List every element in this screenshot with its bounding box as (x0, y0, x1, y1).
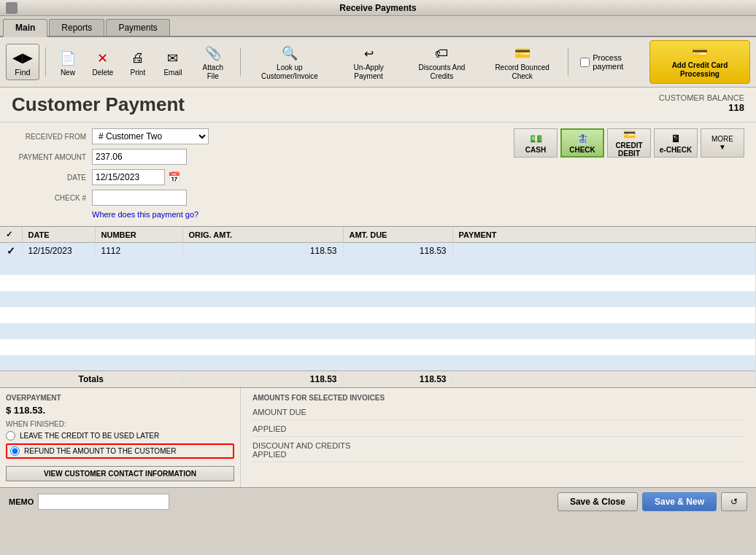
received-from-label: RECEIVED FROM (12, 133, 92, 141)
save-close-button[interactable]: Save & Close (558, 492, 638, 511)
memo-section: MEMO (9, 494, 169, 510)
table-container: ✓ DATE NUMBER ORIG. AMT. AMT. DUE PAYMEN… (0, 226, 756, 388)
col-number: NUMBER (95, 227, 182, 243)
new-button[interactable]: 📄 New (52, 45, 84, 79)
date-input-wrap: 📅 (92, 169, 180, 185)
revert-button[interactable]: ↺ (721, 492, 747, 511)
print-icon: 🖨 (128, 48, 148, 69)
check-icon: 🏦 (576, 133, 589, 144)
amount-due-row: AMOUNT DUE (252, 408, 744, 420)
totals-row: Totals 118.53 118.53 (0, 371, 756, 387)
app-icon (6, 2, 18, 14)
toolbar: ◀▶ Find 📄 New ✕ Delete 🖨 Print ✉ Email 📎… (0, 37, 756, 88)
lookup-icon: 🔍 (279, 43, 300, 63)
form-header: Customer Payment CUSTOMER BALANCE 118 (0, 88, 756, 123)
discounts-button[interactable]: 🏷 Discounts And Credits (404, 40, 479, 84)
where-link-row: Where does this payment go? (12, 210, 502, 219)
credit-debit-icon: 💳 (623, 128, 636, 140)
date-input[interactable] (92, 169, 165, 185)
applied-label: APPLIED (252, 424, 286, 433)
refund-radio[interactable] (10, 446, 20, 456)
attach-file-button[interactable]: 📎 Attach File (192, 40, 234, 84)
overpayment-title: OVERPAYMENT (6, 394, 234, 402)
overpayment-amount: $ 118.53. (6, 405, 234, 416)
table-row-empty-5 (0, 323, 756, 339)
echeck-icon: 🖥 (671, 133, 681, 144)
process-payment-checkbox[interactable] (580, 58, 590, 67)
new-icon: 📄 (58, 48, 78, 69)
process-payment-area: Process payment 💳 Add Credit Card Proces… (580, 40, 750, 84)
totals-amt-due: 118.53 (343, 371, 452, 387)
record-bounced-button[interactable]: 💳 Record Bounced Check (482, 40, 562, 84)
title-bar-text: Receive Payments (339, 3, 416, 13)
title-bar: Receive Payments (0, 0, 756, 16)
amounts-section: AMOUNTS FOR SELECTED INVOICES AMOUNT DUE… (241, 388, 756, 487)
cash-icon: 💵 (530, 133, 542, 144)
col-orig-amt: ORIG. AMT. (182, 227, 343, 243)
row-date: 12/15/2023 (22, 243, 95, 259)
record-bounced-icon: 💳 (512, 43, 533, 63)
received-from-row: RECEIVED FROM # Customer Two (12, 128, 502, 144)
payment-amount-row: PAYMENT AMOUNT (12, 149, 502, 165)
payment-amount-input[interactable] (92, 149, 187, 165)
check-num-input[interactable] (92, 190, 187, 206)
where-link[interactable]: Where does this payment go? (92, 210, 198, 219)
delete-button[interactable]: ✕ Delete (87, 45, 119, 79)
memo-label: MEMO (9, 497, 34, 506)
table-row-empty-6 (0, 339, 756, 355)
delete-icon: ✕ (93, 48, 113, 69)
more-button[interactable]: MORE ▼ (701, 128, 744, 158)
payment-methods: 💵 CASH 🏦 CHECK 💳 CREDIT DEBIT 🖥 e-CHECK … (514, 128, 744, 223)
lookup-button[interactable]: 🔍 Look up Customer/Invoice (247, 40, 333, 84)
footer-buttons: Save & Close Save & New ↺ (558, 492, 747, 511)
check-num-row: CHECK # (12, 190, 502, 206)
find-button[interactable]: ◀▶ Find (6, 44, 39, 80)
received-from-dropdown[interactable]: # Customer Two (92, 128, 209, 144)
credit-debit-button[interactable]: 💳 CREDIT DEBIT (607, 128, 651, 158)
cash-button[interactable]: 💵 CASH (514, 128, 558, 158)
memo-input[interactable] (38, 494, 169, 510)
refund-option[interactable]: REFUND THE AMOUNT TO THE CUSTOMER (6, 443, 234, 459)
tab-reports[interactable]: Reports (49, 19, 104, 36)
row-number: 1112 (95, 243, 182, 259)
calendar-icon[interactable]: 📅 (168, 171, 180, 183)
toolbar-separator-2 (240, 47, 241, 77)
bottom-area: OVERPAYMENT $ 118.53. WHEN FINISHED: LEA… (0, 388, 756, 487)
row-payment (452, 243, 756, 259)
tab-main[interactable]: Main (3, 19, 47, 37)
print-button[interactable]: 🖨 Print (122, 45, 154, 79)
leave-credit-option[interactable]: LEAVE THE CREDIT TO BE USED LATER (6, 431, 234, 440)
process-payment-checkbox-label[interactable]: Process payment (580, 53, 645, 71)
when-finished-label: WHEN FINISHED: (6, 420, 234, 428)
totals-orig-amt: 118.53 (182, 371, 343, 387)
payment-method-row-1: 💵 CASH 🏦 CHECK 💳 CREDIT DEBIT 🖥 e-CHECK … (514, 128, 744, 158)
add-credit-icon: 💳 (692, 45, 708, 61)
customer-balance-label: CUSTOMER BALANCE (659, 93, 744, 102)
col-check: ✓ (0, 227, 22, 243)
form-area: RECEIVED FROM # Customer Two PAYMENT AMO… (0, 123, 756, 226)
amounts-title: AMOUNTS FOR SELECTED INVOICES (252, 394, 744, 402)
attach-icon: 📎 (203, 43, 223, 63)
customer-balance-value: 118 (659, 102, 744, 113)
check-num-label: CHECK # (12, 194, 92, 202)
toolbar-separator-3 (568, 47, 568, 77)
check-button[interactable]: 🏦 CHECK (560, 128, 604, 158)
tab-payments[interactable]: Payments (106, 19, 169, 36)
invoices-table: ✓ DATE NUMBER ORIG. AMT. AMT. DUE PAYMEN… (0, 227, 756, 387)
applied-row: APPLIED (252, 424, 744, 437)
echeck-button[interactable]: 🖥 e-CHECK (654, 128, 698, 158)
totals-label: Totals (0, 371, 182, 387)
overpayment-section: OVERPAYMENT $ 118.53. WHEN FINISHED: LEA… (0, 388, 241, 487)
leave-credit-radio[interactable] (6, 431, 15, 440)
view-contact-button[interactable]: VIEW CUSTOMER CONTACT INFORMATION (6, 466, 234, 481)
row-check[interactable]: ✓ (0, 243, 22, 259)
col-payment: PAYMENT (452, 227, 756, 243)
email-button[interactable]: ✉ Email (157, 45, 189, 79)
date-label: DATE (12, 174, 92, 182)
more-chevron-icon: ▼ (719, 143, 726, 151)
unapply-button[interactable]: ↩ Un-Apply Payment (336, 40, 401, 84)
row-amt-due: 118.53 (343, 243, 452, 259)
add-credit-button[interactable]: 💳 Add Credit Card Processing (649, 40, 750, 84)
table-row-empty-7 (0, 355, 756, 371)
save-new-button[interactable]: Save & New (642, 492, 717, 511)
